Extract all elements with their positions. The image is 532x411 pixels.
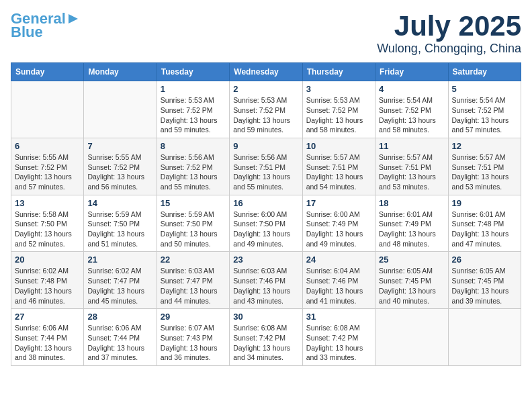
day-info: Sunrise: 6:05 AM Sunset: 7:45 PM Dayligh… — [452, 266, 517, 306]
calendar-day-cell: 2Sunrise: 5:53 AM Sunset: 7:52 PM Daylig… — [230, 81, 302, 138]
calendar-day-cell: 10Sunrise: 5:57 AM Sunset: 7:51 PM Dayli… — [302, 138, 375, 195]
day-number: 8 — [161, 141, 226, 151]
calendar-day-cell: 9Sunrise: 5:56 AM Sunset: 7:51 PM Daylig… — [230, 138, 302, 195]
calendar-day-cell: 31Sunrise: 6:08 AM Sunset: 7:42 PM Dayli… — [302, 309, 375, 366]
calendar-day-cell: 14Sunrise: 5:59 AM Sunset: 7:50 PM Dayli… — [84, 195, 157, 252]
calendar-day-cell: 7Sunrise: 5:55 AM Sunset: 7:52 PM Daylig… — [84, 138, 157, 195]
calendar-day-cell: 6Sunrise: 5:55 AM Sunset: 7:52 PM Daylig… — [11, 138, 84, 195]
calendar-day-cell: 3Sunrise: 5:53 AM Sunset: 7:52 PM Daylig… — [302, 81, 375, 138]
day-info: Sunrise: 5:57 AM Sunset: 7:51 PM Dayligh… — [452, 152, 517, 192]
day-number: 27 — [15, 312, 80, 322]
calendar-day-cell: 17Sunrise: 6:00 AM Sunset: 7:49 PM Dayli… — [302, 195, 375, 252]
calendar-day-cell: 20Sunrise: 6:02 AM Sunset: 7:48 PM Dayli… — [11, 252, 84, 309]
calendar-day-cell: 28Sunrise: 6:06 AM Sunset: 7:44 PM Dayli… — [84, 309, 157, 366]
calendar-day-cell: 22Sunrise: 6:03 AM Sunset: 7:47 PM Dayli… — [157, 252, 229, 309]
day-info: Sunrise: 6:07 AM Sunset: 7:43 PM Dayligh… — [161, 323, 226, 363]
day-number: 4 — [379, 84, 444, 94]
calendar-day-cell: 26Sunrise: 6:05 AM Sunset: 7:45 PM Dayli… — [448, 252, 521, 309]
day-number: 24 — [306, 255, 371, 265]
calendar-day-cell: 5Sunrise: 5:54 AM Sunset: 7:52 PM Daylig… — [448, 81, 521, 138]
calendar-day-cell — [448, 309, 521, 366]
calendar-day-cell: 18Sunrise: 6:01 AM Sunset: 7:49 PM Dayli… — [375, 195, 448, 252]
calendar-day-cell: 8Sunrise: 5:56 AM Sunset: 7:52 PM Daylig… — [157, 138, 229, 195]
calendar-day-cell: 4Sunrise: 5:54 AM Sunset: 7:52 PM Daylig… — [375, 81, 448, 138]
day-info: Sunrise: 6:08 AM Sunset: 7:42 PM Dayligh… — [233, 323, 298, 363]
day-info: Sunrise: 6:03 AM Sunset: 7:46 PM Dayligh… — [233, 266, 298, 306]
calendar-day-cell: 13Sunrise: 5:58 AM Sunset: 7:50 PM Dayli… — [11, 195, 84, 252]
weekday-header: Wednesday — [230, 63, 302, 81]
day-info: Sunrise: 5:57 AM Sunset: 7:51 PM Dayligh… — [379, 152, 444, 192]
day-number: 1 — [161, 84, 226, 94]
weekday-header: Monday — [84, 63, 157, 81]
day-number: 30 — [233, 312, 298, 322]
day-number: 20 — [15, 255, 80, 265]
day-info: Sunrise: 6:00 AM Sunset: 7:49 PM Dayligh… — [306, 210, 371, 249]
day-info: Sunrise: 5:53 AM Sunset: 7:52 PM Dayligh… — [233, 95, 298, 135]
weekday-header: Friday — [375, 63, 448, 81]
calendar-day-cell: 19Sunrise: 6:01 AM Sunset: 7:48 PM Dayli… — [448, 195, 521, 252]
logo-blue-text: Blue — [11, 24, 43, 40]
day-info: Sunrise: 6:01 AM Sunset: 7:49 PM Dayligh… — [379, 210, 444, 249]
day-number: 17 — [306, 198, 371, 208]
page-header: General Blue July 2025 Wulong, Chongqing… — [11, 11, 521, 56]
day-number: 15 — [161, 198, 226, 208]
calendar-week-row: 27Sunrise: 6:06 AM Sunset: 7:44 PM Dayli… — [11, 309, 521, 366]
day-info: Sunrise: 6:04 AM Sunset: 7:46 PM Dayligh… — [306, 266, 371, 306]
calendar-table: SundayMondayTuesdayWednesdayThursdayFrid… — [11, 62, 521, 366]
location-title: Wulong, Chongqing, China — [377, 42, 521, 56]
day-info: Sunrise: 6:08 AM Sunset: 7:42 PM Dayligh… — [306, 323, 371, 363]
calendar-day-cell — [375, 309, 448, 366]
calendar-day-cell — [11, 81, 84, 138]
day-number: 12 — [452, 141, 517, 151]
day-number: 21 — [87, 255, 152, 265]
calendar-week-row: 1Sunrise: 5:53 AM Sunset: 7:52 PM Daylig… — [11, 81, 521, 138]
calendar-day-cell: 21Sunrise: 6:02 AM Sunset: 7:47 PM Dayli… — [84, 252, 157, 309]
day-info: Sunrise: 5:54 AM Sunset: 7:52 PM Dayligh… — [379, 95, 444, 135]
calendar-week-row: 6Sunrise: 5:55 AM Sunset: 7:52 PM Daylig… — [11, 138, 521, 195]
title-block: July 2025 Wulong, Chongqing, China — [377, 11, 521, 56]
calendar-day-cell — [84, 81, 157, 138]
svg-marker-0 — [69, 14, 78, 24]
day-number: 16 — [233, 198, 298, 208]
weekday-header: Sunday — [11, 63, 84, 81]
day-info: Sunrise: 5:56 AM Sunset: 7:52 PM Dayligh… — [161, 152, 226, 192]
day-info: Sunrise: 6:03 AM Sunset: 7:47 PM Dayligh… — [161, 266, 226, 306]
day-info: Sunrise: 6:06 AM Sunset: 7:44 PM Dayligh… — [87, 323, 152, 363]
logo-arrow-icon — [66, 11, 81, 26]
day-number: 3 — [306, 84, 371, 94]
day-number: 13 — [15, 198, 80, 208]
day-number: 26 — [452, 255, 517, 265]
day-number: 6 — [15, 141, 80, 151]
calendar-day-cell: 11Sunrise: 5:57 AM Sunset: 7:51 PM Dayli… — [375, 138, 448, 195]
day-info: Sunrise: 5:54 AM Sunset: 7:52 PM Dayligh… — [452, 95, 517, 135]
day-info: Sunrise: 5:53 AM Sunset: 7:52 PM Dayligh… — [306, 95, 371, 135]
calendar-day-cell: 1Sunrise: 5:53 AM Sunset: 7:52 PM Daylig… — [157, 81, 229, 138]
calendar-day-cell: 15Sunrise: 5:59 AM Sunset: 7:50 PM Dayli… — [157, 195, 229, 252]
weekday-header-row: SundayMondayTuesdayWednesdayThursdayFrid… — [11, 63, 521, 81]
day-number: 22 — [161, 255, 226, 265]
calendar-week-row: 20Sunrise: 6:02 AM Sunset: 7:48 PM Dayli… — [11, 252, 521, 309]
day-info: Sunrise: 5:58 AM Sunset: 7:50 PM Dayligh… — [15, 210, 80, 249]
day-number: 9 — [233, 141, 298, 151]
day-number: 7 — [87, 141, 152, 151]
day-info: Sunrise: 5:59 AM Sunset: 7:50 PM Dayligh… — [87, 210, 152, 249]
weekday-header: Saturday — [448, 63, 521, 81]
day-info: Sunrise: 5:53 AM Sunset: 7:52 PM Dayligh… — [161, 95, 226, 135]
day-info: Sunrise: 5:55 AM Sunset: 7:52 PM Dayligh… — [15, 152, 80, 192]
day-info: Sunrise: 6:05 AM Sunset: 7:45 PM Dayligh… — [379, 266, 444, 306]
calendar-day-cell: 25Sunrise: 6:05 AM Sunset: 7:45 PM Dayli… — [375, 252, 448, 309]
calendar-day-cell: 29Sunrise: 6:07 AM Sunset: 7:43 PM Dayli… — [157, 309, 229, 366]
day-info: Sunrise: 6:00 AM Sunset: 7:50 PM Dayligh… — [233, 210, 298, 249]
day-number: 31 — [306, 312, 371, 322]
day-info: Sunrise: 5:56 AM Sunset: 7:51 PM Dayligh… — [233, 152, 298, 192]
day-number: 18 — [379, 198, 444, 208]
calendar-day-cell: 27Sunrise: 6:06 AM Sunset: 7:44 PM Dayli… — [11, 309, 84, 366]
day-number: 29 — [161, 312, 226, 322]
day-number: 10 — [306, 141, 371, 151]
logo: General Blue — [11, 11, 81, 40]
day-info: Sunrise: 5:59 AM Sunset: 7:50 PM Dayligh… — [161, 210, 226, 249]
calendar-day-cell: 12Sunrise: 5:57 AM Sunset: 7:51 PM Dayli… — [448, 138, 521, 195]
day-number: 11 — [379, 141, 444, 151]
day-info: Sunrise: 5:55 AM Sunset: 7:52 PM Dayligh… — [87, 152, 152, 192]
weekday-header: Thursday — [302, 63, 375, 81]
